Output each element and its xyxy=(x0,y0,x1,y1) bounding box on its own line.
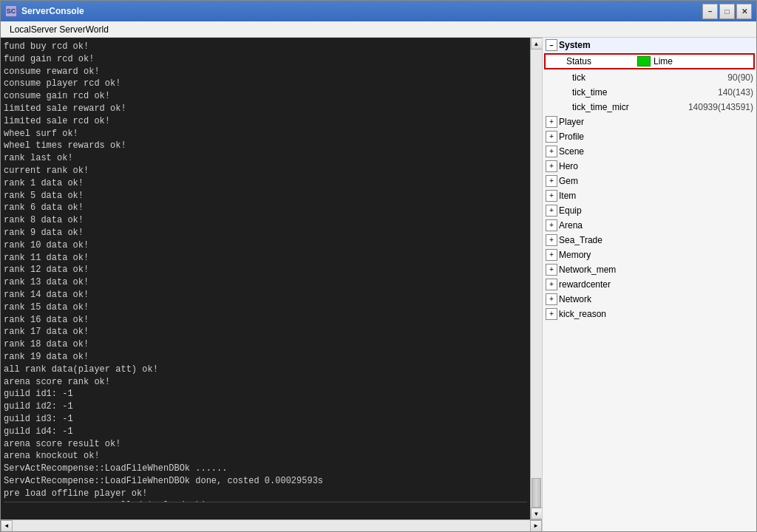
console-panel: fund buy rcd ok! fund gain rcd ok! consu… xyxy=(1,38,530,519)
scroll-track[interactable] xyxy=(531,50,542,508)
tick-time-micro-value: 140939(143591) xyxy=(688,102,756,112)
scroll-h-track[interactable] xyxy=(13,520,530,531)
label-item: Item xyxy=(559,191,756,201)
expand-player[interactable]: + xyxy=(546,116,557,128)
tree-node-kick_reason[interactable]: +kick_reason xyxy=(543,307,756,321)
expand-network_mem[interactable]: + xyxy=(546,264,557,276)
restore-button[interactable]: □ xyxy=(719,4,735,19)
window-title: ServerConsole xyxy=(21,6,84,16)
label-rewardcenter: rewardcenter xyxy=(559,279,756,290)
scroll-left-button[interactable]: ◄ xyxy=(1,520,13,532)
tree-node-player[interactable]: +Player xyxy=(543,115,756,129)
tree-node-hero[interactable]: +Hero xyxy=(543,159,756,174)
tree-node-system[interactable]: – System xyxy=(543,38,756,52)
tree-node-item[interactable]: +Item xyxy=(543,188,756,203)
menu-item-server[interactable]: LocalServer ServerWorld xyxy=(4,23,115,36)
main-window: SC ServerConsole – □ ✕ LocalServer Serve… xyxy=(0,0,757,532)
title-bar-left: SC ServerConsole xyxy=(5,5,84,17)
expand-rewardcenter[interactable]: + xyxy=(546,279,557,290)
menu-bar: LocalServer ServerWorld xyxy=(1,21,756,38)
expand-arena[interactable]: + xyxy=(546,219,557,231)
console-output: fund buy rcd ok! fund gain rcd ok! consu… xyxy=(4,41,527,502)
status-green-indicator xyxy=(637,56,651,66)
label-player: Player xyxy=(559,117,756,127)
tree-node-network[interactable]: +Network xyxy=(543,292,756,307)
expand-hero[interactable]: + xyxy=(546,160,557,172)
label-network: Network xyxy=(559,294,756,304)
label-hero: Hero xyxy=(559,161,756,171)
close-button[interactable]: ✕ xyxy=(736,4,752,19)
horizontal-scrollbar[interactable]: ◄ ► xyxy=(1,519,542,531)
expand-sea_trade[interactable]: + xyxy=(546,234,557,246)
title-buttons: – □ ✕ xyxy=(702,4,752,19)
label-memory: Memory xyxy=(559,250,756,260)
status-indicator: Lime xyxy=(637,56,673,66)
expand-system[interactable]: – xyxy=(546,39,557,51)
tree-node-memory[interactable]: +Memory xyxy=(543,248,756,262)
label-sea_trade: Sea_Trade xyxy=(559,235,756,245)
expand-item[interactable]: + xyxy=(546,190,557,202)
status-row: Status Lime xyxy=(544,53,755,69)
tick-value: 90(90) xyxy=(727,72,756,83)
title-bar: SC ServerConsole – □ ✕ xyxy=(1,1,756,21)
window-icon: SC xyxy=(5,5,17,17)
tree-container: – System Status Lime tick 90(90) xyxy=(543,38,756,531)
expand-equip[interactable]: + xyxy=(546,205,557,216)
tree-node-profile[interactable]: +Profile xyxy=(543,129,756,144)
console-body: fund buy rcd ok! fund gain rcd ok! consu… xyxy=(1,38,542,519)
tree-node-scene[interactable]: +Scene xyxy=(543,144,756,159)
tree-node-tick-time[interactable]: tick_time 140(143) xyxy=(543,85,756,100)
expand-memory[interactable]: + xyxy=(546,249,557,261)
expand-profile[interactable]: + xyxy=(546,131,557,143)
right-panel: – System Status Lime tick 90(90) xyxy=(542,38,756,531)
tick-time-micro-label: tick_time_micr xyxy=(572,102,688,112)
scroll-down-button[interactable]: ▼ xyxy=(531,508,543,519)
tree-node-tick[interactable]: tick 90(90) xyxy=(543,70,756,85)
console-input-row xyxy=(4,502,527,516)
label-profile: Profile xyxy=(559,132,756,142)
scroll-up-button[interactable]: ▲ xyxy=(531,38,543,50)
expand-gem[interactable]: + xyxy=(546,175,557,187)
scroll-right-button[interactable]: ► xyxy=(530,520,542,532)
console-wrapper: fund buy rcd ok! fund gain rcd ok! consu… xyxy=(1,38,542,531)
label-kick_reason: kick_reason xyxy=(559,309,756,319)
tree-node-rewardcenter[interactable]: +rewardcenter xyxy=(543,277,756,292)
label-network_mem: Network_mem xyxy=(559,265,756,275)
tree-node-sea_trade[interactable]: +Sea_Trade xyxy=(543,233,756,248)
label-equip: Equip xyxy=(559,205,756,216)
minimize-button[interactable]: – xyxy=(702,4,718,19)
main-content: fund buy rcd ok! fund gain rcd ok! consu… xyxy=(1,38,756,531)
tick-time-value: 140(143) xyxy=(718,87,756,98)
label-gem: Gem xyxy=(559,176,756,186)
categories-container: +Player+Profile+Scene+Hero+Gem+Item+Equi… xyxy=(543,115,756,321)
tree-node-tick-time-micro[interactable]: tick_time_micr 140939(143591) xyxy=(543,100,756,115)
tree-node-gem[interactable]: +Gem xyxy=(543,174,756,188)
system-label: System xyxy=(559,40,756,50)
tick-label: tick xyxy=(572,72,727,83)
status-value: Lime xyxy=(654,56,673,66)
label-scene: Scene xyxy=(559,146,756,157)
label-arena: Arena xyxy=(559,220,756,231)
vertical-scrollbar[interactable]: ▲ ▼ xyxy=(530,38,542,519)
tick-time-label: tick_time xyxy=(572,87,718,98)
expand-network[interactable]: + xyxy=(546,293,557,305)
expand-scene[interactable]: + xyxy=(546,146,557,157)
status-label: Status xyxy=(563,56,637,66)
scroll-thumb[interactable] xyxy=(532,478,541,508)
tree-node-arena[interactable]: +Arena xyxy=(543,218,756,233)
tree-node-network_mem[interactable]: +Network_mem xyxy=(543,262,756,277)
expand-kick_reason[interactable]: + xyxy=(546,308,557,320)
tree-node-equip[interactable]: +Equip xyxy=(543,203,756,218)
